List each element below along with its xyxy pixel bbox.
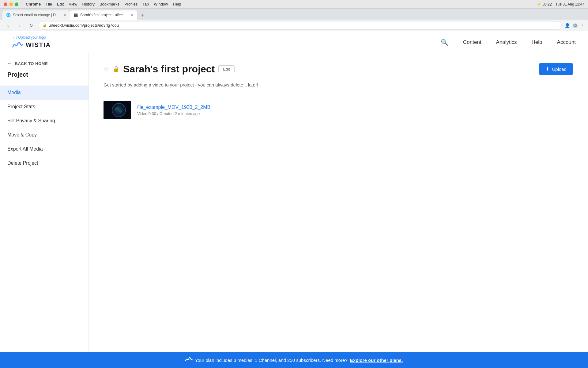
browser-tab-1[interactable]: 🌐 Select email to change | Djang... ✕: [2, 10, 70, 20]
upload-label: Upload: [552, 67, 567, 72]
wistia-logo-icon: [12, 41, 23, 49]
profile-icon[interactable]: 👤: [565, 23, 570, 28]
traffic-lights[interactable]: [4, 2, 18, 6]
back-to-home-label: BACK TO HOME: [15, 61, 48, 66]
footer-banner: Your plan includes 3 medias, 1 Channel, …: [0, 352, 588, 368]
search-icon[interactable]: 🔍: [441, 39, 448, 46]
back-nav-button[interactable]: ‹: [4, 21, 12, 30]
macos-menubar: Chrome File Edit View History Bookmarks …: [0, 0, 588, 9]
project-title: Sarah's first project: [123, 63, 215, 75]
reload-button[interactable]: ↻: [27, 21, 36, 30]
upload-icon: ⬆: [545, 66, 549, 72]
menu-view[interactable]: View: [69, 2, 77, 6]
extensions-icon[interactable]: ⚙️: [572, 23, 578, 28]
upload-logo-link[interactable]: ↓ ↓ Upload your logo: [12, 35, 51, 40]
wistia-header: ↓ ↓ Upload your logo WISTIA 🔍 Content An…: [0, 31, 588, 53]
minimize-window-button[interactable]: [9, 2, 13, 6]
battery-icon: ⚡ 03:22: [537, 2, 552, 6]
tab1-close-button[interactable]: ✕: [63, 13, 66, 17]
wistia-header-left: ↓ ↓ Upload your logo WISTIA: [12, 35, 51, 49]
sidebar-section-title: Project: [0, 71, 89, 86]
close-window-button[interactable]: [4, 2, 7, 6]
back-arrow-icon: ←: [7, 61, 13, 66]
media-filename-link[interactable]: file_example_MOV_1920_2_2MB: [137, 105, 210, 110]
main-layout: ← BACK TO HOME Project Media Project Sta…: [0, 53, 588, 352]
url-bar[interactable]: 🔒 uifeed-3.wistia.com/projects/nd3rlg7qo…: [39, 21, 562, 30]
new-tab-button[interactable]: +: [138, 11, 147, 20]
footer-plans-link[interactable]: Explore our other plans.: [350, 358, 403, 363]
media-thumbnail: [104, 101, 131, 119]
browser-tab-2[interactable]: 🎬 Sarah's first project - uifeed-3 ✕: [70, 10, 137, 20]
wistia-nav: 🔍 Content Analytics Help Account: [441, 39, 576, 46]
tab1-title: Select email to change | Djang...: [13, 13, 60, 17]
sidebar-item-move-copy[interactable]: Move & Copy: [0, 128, 89, 142]
tab2-title: Sarah's first project - uifeed-3: [80, 13, 127, 17]
upload-logo-text: ↓ Upload your logo: [15, 35, 46, 40]
project-title-row: ☆ 🔒 Sarah's first project Edit: [104, 63, 235, 75]
browser-omnibox-bar: ‹ › ↻ 🔒 uifeed-3.wistia.com/projects/nd3…: [0, 20, 588, 31]
sidebar-item-media[interactable]: Media: [0, 86, 89, 100]
sidebar-item-export-all[interactable]: Export All Media: [0, 142, 89, 156]
menu-chrome[interactable]: Chrome: [26, 2, 41, 6]
sidebar-navigation: Media Project Stats Set Privacy & Sharin…: [0, 86, 89, 170]
forward-nav-button[interactable]: ›: [15, 21, 24, 30]
thumbnail-canvas: [104, 101, 131, 119]
macos-system-icons: ⚡ 03:22 Tue 31 Aug 12:47: [537, 2, 584, 6]
upload-logo-icon: ↓: [12, 35, 14, 40]
more-options-icon[interactable]: ⋮: [580, 23, 584, 28]
browser-toolbar-icons: 👤 ⚙️ ⋮: [565, 23, 584, 28]
fullscreen-window-button[interactable]: [15, 2, 18, 6]
media-duration: Video 0:30: [137, 111, 156, 116]
wistia-logo[interactable]: WISTIA: [12, 41, 51, 49]
sidebar-item-delete-project[interactable]: Delete Project: [0, 156, 89, 170]
getting-started-text: Get started by adding a video to your pr…: [104, 82, 573, 87]
footer-banner-text: Your plan includes 3 medias, 1 Channel, …: [195, 358, 348, 363]
tab2-close-button[interactable]: ✕: [131, 13, 134, 17]
menu-history[interactable]: History: [82, 2, 94, 6]
media-item[interactable]: file_example_MOV_1920_2_2MB Video 0:30 /…: [104, 97, 573, 123]
clock: Tue 31 Aug 12:47: [556, 2, 584, 6]
nav-account[interactable]: Account: [557, 39, 576, 45]
nav-analytics[interactable]: Analytics: [496, 39, 517, 45]
nav-content[interactable]: Content: [463, 39, 481, 45]
wistia-logo-text: WISTIA: [26, 41, 51, 48]
wistia-app: ↓ ↓ Upload your logo WISTIA 🔍 Content An…: [0, 31, 588, 368]
menu-bookmarks[interactable]: Bookmarks: [100, 2, 119, 6]
nav-help[interactable]: Help: [532, 39, 542, 45]
menu-edit[interactable]: Edit: [57, 2, 64, 6]
edit-project-button[interactable]: Edit: [218, 65, 234, 73]
star-icon[interactable]: ☆: [104, 65, 109, 73]
media-meta: Video 0:30 / Created 2 minutes ago: [137, 111, 210, 116]
macos-menu-left: Chrome File Edit View History Bookmarks …: [4, 2, 181, 6]
menu-window[interactable]: Window: [154, 2, 168, 6]
back-to-home-link[interactable]: ← BACK TO HOME: [0, 61, 89, 71]
tab1-favicon: 🌐: [6, 13, 10, 17]
media-separator: /: [157, 111, 160, 116]
upload-button[interactable]: ⬆ Upload: [539, 63, 573, 75]
media-info: file_example_MOV_1920_2_2MB Video 0:30 /…: [137, 105, 210, 116]
menu-tab[interactable]: Tab: [142, 2, 149, 6]
browser-tabs-bar: 🌐 Select email to change | Djang... ✕ 🎬 …: [0, 9, 588, 20]
tab2-favicon: 🎬: [74, 13, 78, 17]
content-header: ☆ 🔒 Sarah's first project Edit ⬆ Upload: [104, 63, 573, 75]
media-created: Created 2 minutes ago: [160, 111, 200, 116]
sidebar: ← BACK TO HOME Project Media Project Sta…: [0, 53, 89, 352]
content-area: ☆ 🔒 Sarah's first project Edit ⬆ Upload …: [89, 53, 588, 352]
menu-help[interactable]: Help: [173, 2, 181, 6]
sidebar-item-project-stats[interactable]: Project Stats: [0, 100, 89, 114]
menu-file[interactable]: File: [46, 2, 52, 6]
lock-icon: 🔒: [113, 66, 119, 72]
sidebar-item-set-privacy[interactable]: Set Privacy & Sharing: [0, 114, 89, 128]
ssl-lock-icon: 🔒: [43, 23, 47, 27]
menu-profiles[interactable]: Profiles: [124, 2, 138, 6]
url-text: uifeed-3.wistia.com/projects/nd3rlg7qou: [49, 23, 119, 28]
footer-wistia-icon: [185, 356, 193, 364]
